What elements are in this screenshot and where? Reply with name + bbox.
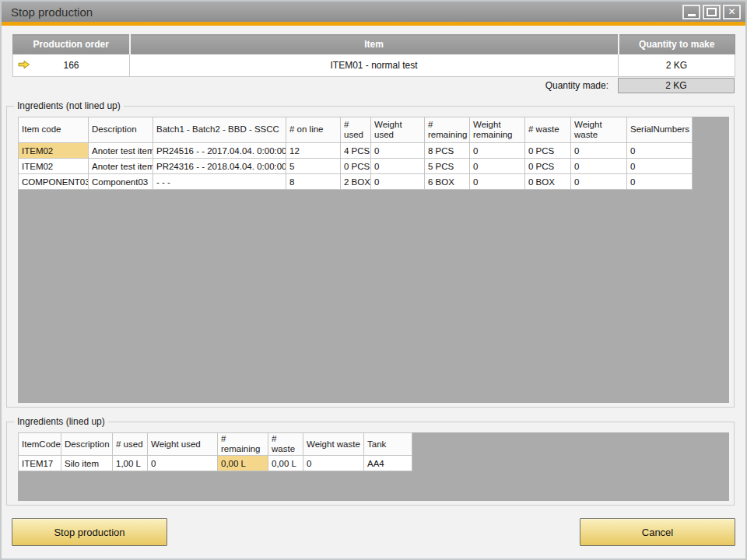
grid-cell[interactable]: 0 xyxy=(303,456,364,471)
order-row[interactable]: 166 ITEM01 - normal test 2 KG xyxy=(13,54,735,77)
header-item: Item xyxy=(130,35,619,54)
grid-cell[interactable]: 0 xyxy=(470,143,525,159)
column-header[interactable]: # remaining xyxy=(425,117,470,143)
titlebar[interactable]: Stop production ✕ xyxy=(2,2,745,22)
column-header[interactable]: Weight waste xyxy=(303,433,364,456)
column-header[interactable]: Description xyxy=(61,433,113,456)
ingredients-not-lined-up-grid[interactable]: Item codeDescriptionBatch1 - Batch2 - BB… xyxy=(18,117,729,403)
header-quantity-to-make: Quantity to make xyxy=(619,35,735,54)
grid-cell[interactable]: 0 xyxy=(571,159,627,174)
column-header[interactable]: Description xyxy=(89,117,153,143)
grid-cell[interactable]: ITEM17 xyxy=(19,456,61,471)
close-icon: ✕ xyxy=(728,7,735,16)
column-header[interactable]: # waste xyxy=(525,117,571,143)
maximize-icon xyxy=(707,8,717,16)
order-summary-table: Production order Item Quantity to make 1… xyxy=(12,34,735,77)
cancel-button[interactable]: Cancel xyxy=(580,518,735,546)
minimize-icon xyxy=(688,14,696,16)
grid-cell[interactable]: PR24516 - - 2017.04.04. 0:00:00 - xyxy=(153,143,286,159)
grid-cell[interactable]: 0 xyxy=(148,456,218,471)
grid-cell[interactable]: ITEM02 xyxy=(19,143,89,159)
grid-cell[interactable]: 8 PCS xyxy=(425,143,470,159)
grid-cell[interactable]: Component03 xyxy=(89,174,153,190)
column-header[interactable]: ItemCode xyxy=(19,433,61,456)
grid-cell[interactable]: 12 xyxy=(286,143,341,159)
grid-cell[interactable]: ITEM02 xyxy=(19,159,89,174)
grid-cell[interactable]: Silo item xyxy=(61,456,113,471)
grid-cell[interactable]: 0 xyxy=(627,174,693,190)
minimize-button[interactable] xyxy=(682,5,700,19)
quantity-to-make-cell[interactable]: 2 KG xyxy=(619,54,735,77)
grid-cell[interactable]: 0 BOX xyxy=(525,174,571,190)
grid-cell[interactable]: Anoter test item xyxy=(89,143,153,159)
stop-production-button[interactable]: Stop production xyxy=(12,518,167,546)
column-header[interactable]: # remaining xyxy=(218,433,268,456)
column-header[interactable]: SerialNumbers xyxy=(627,117,693,143)
row-indicator-arrow-icon xyxy=(18,60,30,72)
ingredients-not-lined-up-table: Item codeDescriptionBatch1 - Batch2 - BB… xyxy=(18,117,693,190)
ingredients-lined-up-table: ItemCodeDescription# usedWeight used# re… xyxy=(18,432,412,471)
grid-row[interactable]: ITEM02Anoter test itemPR24516 - - 2017.0… xyxy=(19,143,693,159)
window-controls: ✕ xyxy=(682,5,741,19)
ingredients-lined-up-grid[interactable]: ItemCodeDescription# usedWeight used# re… xyxy=(18,432,729,501)
groupbox-title: Ingredients (not lined up) xyxy=(14,100,124,111)
grid-cell[interactable]: 5 xyxy=(286,159,341,174)
stop-production-dialog: Stop production ✕ Production order Item … xyxy=(0,0,747,560)
grid-cell[interactable]: COMPONENT03 xyxy=(19,174,89,190)
column-header[interactable]: # used xyxy=(341,117,371,143)
grid-cell[interactable]: 6 BOX xyxy=(425,174,470,190)
grid-row[interactable]: ITEM17Silo item1,00 L00,00 L0,00 L0AA4 xyxy=(19,456,412,471)
grid-cell[interactable]: 0 xyxy=(371,143,425,159)
grid-cell[interactable]: 0 xyxy=(627,143,693,159)
grid-cell[interactable]: 5 PCS xyxy=(425,159,470,174)
grid-row[interactable]: ITEM02Anoter test itemPR24316 - - 2018.0… xyxy=(19,159,693,174)
grid-cell[interactable]: 0 PCS xyxy=(525,159,571,174)
column-header[interactable]: # waste xyxy=(268,433,303,456)
grid-cell[interactable]: 0 PCS xyxy=(341,159,371,174)
groupbox-ingredients-not-lined-up: Ingredients (not lined up) Item codeDesc… xyxy=(6,106,735,408)
grid-cell[interactable]: 0,00 L xyxy=(218,456,268,471)
groupbox-title: Ingredients (lined up) xyxy=(14,416,108,427)
column-header[interactable]: Tank xyxy=(364,433,412,456)
column-header[interactable]: Item code xyxy=(19,117,89,143)
grid-cell[interactable]: 0 xyxy=(371,174,425,190)
grid-cell[interactable]: 0 xyxy=(627,159,693,174)
grid-cell[interactable]: 4 PCS xyxy=(341,143,371,159)
grid-cell[interactable]: 0 xyxy=(571,174,627,190)
groupbox-ingredients-lined-up: Ingredients (lined up) ItemCodeDescripti… xyxy=(6,422,735,506)
grid-cell[interactable]: 8 xyxy=(286,174,341,190)
column-header[interactable]: # used xyxy=(113,433,148,456)
production-order-cell[interactable]: 166 xyxy=(13,54,130,77)
grid-cell[interactable]: 0 xyxy=(470,159,525,174)
grid-cell[interactable]: 0 xyxy=(470,174,525,190)
column-header[interactable]: Batch1 - Batch2 - BBD - SSCC xyxy=(153,117,286,143)
item-cell[interactable]: ITEM01 - normal test xyxy=(130,54,619,77)
header-production-order: Production order xyxy=(13,35,130,54)
grid-cell[interactable]: AA4 xyxy=(364,456,412,471)
close-button[interactable]: ✕ xyxy=(723,5,741,19)
window-title: Stop production xyxy=(11,5,93,19)
maximize-button[interactable] xyxy=(703,5,721,19)
grid-cell[interactable]: 1,00 L xyxy=(113,456,148,471)
grid-cell[interactable]: PR24316 - - 2018.04.04. 0:00:00 - xyxy=(153,159,286,174)
column-header[interactable]: Weight used xyxy=(371,117,425,143)
dialog-content: Production order Item Quantity to make 1… xyxy=(2,26,745,558)
grid-cell[interactable]: 0,00 L xyxy=(268,456,303,471)
quantity-made-label: Quantity made: xyxy=(422,78,608,93)
quantity-made-value[interactable]: 2 KG xyxy=(618,78,735,93)
column-header[interactable]: Weight waste xyxy=(571,117,627,143)
grid-cell[interactable]: - - - xyxy=(153,174,286,190)
grid-cell[interactable]: 0 xyxy=(571,143,627,159)
column-header[interactable]: Weight used xyxy=(148,433,218,456)
grid-cell[interactable]: 0 xyxy=(371,159,425,174)
column-header[interactable]: # on line xyxy=(286,117,341,143)
grid-cell[interactable]: Anoter test item xyxy=(89,159,153,174)
grid-row[interactable]: COMPONENT03Component03- - -82 BOX06 BOX0… xyxy=(19,174,693,190)
grid-cell[interactable]: 2 BOX xyxy=(341,174,371,190)
column-header[interactable]: Weight remaining xyxy=(470,117,525,143)
grid-cell[interactable]: 0 PCS xyxy=(525,143,571,159)
